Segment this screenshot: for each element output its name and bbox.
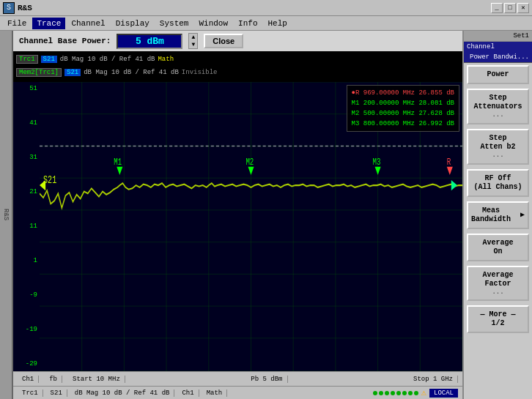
menu-system[interactable]: System <box>155 18 193 29</box>
dot-1 <box>373 391 377 395</box>
left-panel-label: R&S <box>2 209 10 220</box>
status-bottom-ch: Ch1 <box>177 389 199 397</box>
step-attenuators-label: StepAttenuators <box>471 94 525 111</box>
power-bw-label: Power Bandwi... <box>464 52 532 63</box>
status-dots <box>373 391 418 395</box>
trace-row-2: Mem2[Trc1] S21 dB Mag 10 dB / Ref 41 dB … <box>16 66 459 79</box>
status-fb: fb <box>45 376 62 383</box>
dot-4 <box>391 391 395 395</box>
marker-R-row: ●R 969.00000 MHz 26.855 dB <box>352 88 454 98</box>
power-down-arrow[interactable]: ▼ <box>189 41 197 48</box>
menu-display[interactable]: Display <box>111 18 154 29</box>
trace-row-1: Trc1 S21 dB Mag 10 dB / Ref 41 dB Math <box>16 53 459 66</box>
s21-badge-1: S21 <box>41 56 57 63</box>
svg-marker-27 <box>447 167 453 175</box>
y-label-n19: -19 <box>13 327 40 333</box>
power-arrows[interactable]: ▲ ▼ <box>188 33 198 49</box>
minimize-button[interactable]: _ <box>491 3 503 13</box>
warning-icon: ⚠ <box>421 387 426 398</box>
y-label-21: 21 <box>13 189 40 195</box>
menu-bar: File Trace Channel Display System Window… <box>0 16 532 31</box>
status-stop: Stop 1 GHz <box>409 376 458 383</box>
center-area: Channel Base Power: 5 dBm ▲ ▼ Close Trc1… <box>13 31 462 399</box>
status-bottom-trc: Trc1 <box>18 389 43 397</box>
trace-info: Trc1 S21 dB Mag 10 dB / Ref 41 dB Math M… <box>13 51 462 82</box>
average-on-label: AverageOn <box>471 239 525 256</box>
status-start: Start 10 MHz <box>68 376 125 383</box>
right-panel: Set1 Channel Power Bandwi... Power StepA… <box>462 31 532 399</box>
close-window-button[interactable]: ✕ <box>517 3 529 13</box>
step-atten-b2-dots: ... <box>471 152 525 160</box>
average-on-button[interactable]: AverageOn <box>467 234 529 261</box>
status-ch: Ch1 <box>18 376 39 383</box>
marker-M1-row: M1 200.00000 MHz 28.081 dB <box>352 98 454 108</box>
set1-label: Set1 <box>464 31 532 42</box>
app-icon: S <box>3 2 15 14</box>
menu-info[interactable]: Info <box>234 18 262 29</box>
status-bar: Ch1 fb Start 10 MHz Pb 5 dBm Stop 1 GHz <box>13 371 462 386</box>
marker-M2-row: M2 500.00000 MHz 27.628 dB <box>352 108 454 119</box>
more-label: — More —1/2 <box>471 310 525 328</box>
power-up-arrow[interactable]: ▲ <box>189 34 197 41</box>
dot-7 <box>408 391 413 395</box>
power-button[interactable]: Power <box>467 65 529 84</box>
dot-2 <box>379 391 383 395</box>
dot-6 <box>402 391 407 395</box>
menu-file[interactable]: File <box>3 18 31 29</box>
trace-params-1: dB Mag 10 dB / Ref 41 dB <box>60 56 155 63</box>
more-button[interactable]: — More —1/2 <box>467 305 529 333</box>
channel-power-label: Channel Base Power: <box>19 37 111 45</box>
menu-channel[interactable]: Channel <box>67 18 109 29</box>
main-content: R&S Channel Base Power: 5 dBm ▲ ▼ Close … <box>0 31 532 399</box>
y-label-1: 1 <box>13 258 40 264</box>
dot-3 <box>385 391 389 395</box>
marker-M3-row: M3 800.00000 MHz 26.992 dB <box>352 119 454 129</box>
meas-bandwidth-button[interactable]: MeasBandwidth ▶ <box>467 201 529 229</box>
meas-bw-inner: MeasBandwidth ▶ <box>471 206 525 224</box>
status-bottom-params: dB Mag 10 dB / Ref 41 dB <box>70 389 175 397</box>
power-value[interactable]: 5 dBm <box>117 34 182 49</box>
channel-bar: Channel Base Power: 5 dBm ▲ ▼ Close <box>13 31 462 51</box>
step-atten-b2-button[interactable]: StepAtten b2 ... <box>467 129 529 165</box>
y-label-n29: -29 <box>13 361 40 368</box>
title-bar-left: S R&S <box>3 2 32 14</box>
menu-trace[interactable]: Trace <box>32 18 65 29</box>
title-text: R&S <box>18 4 32 12</box>
step-atten-b2-label: StepAtten b2 <box>471 134 525 152</box>
rf-off-label: RF Off(All Chans) <box>471 174 525 192</box>
average-factor-button[interactable]: AverageFactor ... <box>467 266 529 302</box>
svg-marker-21 <box>117 167 122 175</box>
y-label-31: 31 <box>13 154 40 161</box>
dot-5 <box>396 391 401 395</box>
status-bottom-s21: S21 <box>46 389 67 397</box>
svg-marker-23 <box>248 167 254 175</box>
trace-params-2: dB Mag 10 dB / Ref 41 dB <box>84 69 179 76</box>
y-axis: 51 41 31 21 11 1 -9 -19 -29 <box>13 82 40 371</box>
average-factor-dots: ... <box>471 288 525 297</box>
menu-help[interactable]: Help <box>263 18 291 29</box>
trc1-label: Trc1 <box>16 55 38 64</box>
y-label-41: 41 <box>13 120 40 127</box>
meas-bw-label: MeasBandwidth <box>471 206 511 224</box>
svg-marker-25 <box>375 167 381 175</box>
maximize-button[interactable]: □ <box>504 3 516 13</box>
math-badge: Math <box>158 56 174 63</box>
y-label-51: 51 <box>13 86 40 92</box>
step-attenuators-dots: ... <box>471 111 525 119</box>
graph-area: 51 41 31 21 11 1 -9 -19 -29 <box>13 82 462 371</box>
s21-badge-2: S21 <box>64 69 81 76</box>
svg-text:M1: M1 <box>114 157 122 168</box>
menu-window[interactable]: Window <box>194 18 232 29</box>
title-bar: S R&S _ □ ✕ <box>0 0 532 16</box>
svg-text:R: R <box>447 157 451 168</box>
meas-bw-arrow: ▶ <box>520 211 525 220</box>
rf-off-button[interactable]: RF Off(All Chans) <box>467 169 529 197</box>
dot-8 <box>414 391 418 395</box>
average-factor-label: AverageFactor <box>471 271 525 288</box>
step-attenuators-button[interactable]: StepAttenuators ... <box>467 89 529 124</box>
mem-label: Mem2[Trc1] <box>16 68 62 77</box>
status-pb: Pb 5 dBm <box>246 376 287 383</box>
marker-info: ●R 969.00000 MHz 26.855 dB M1 200.00000 … <box>347 85 459 132</box>
svg-text:S21: S21 <box>43 175 56 187</box>
close-button[interactable]: Close <box>204 34 243 48</box>
